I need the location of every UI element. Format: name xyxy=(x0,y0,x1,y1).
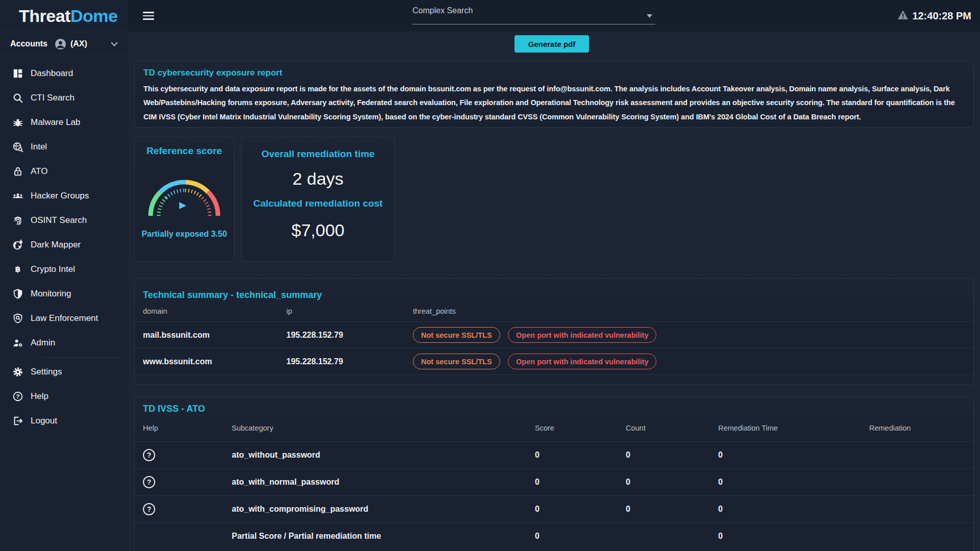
sidebar-item-label: ATO xyxy=(31,166,47,177)
threat-chip-open-port[interactable]: Open port with indicated vulnerability xyxy=(508,327,656,343)
remediation-time-cell: 0 xyxy=(718,505,869,514)
sidebar-item-label: Dashboard xyxy=(31,68,73,79)
svg-text:?: ? xyxy=(16,393,20,399)
subcategory-cell: Partial Score / Partial remediation time xyxy=(232,532,535,541)
remediation-time-value: 2 days xyxy=(242,169,394,189)
sidebar-item-help[interactable]: ? Help xyxy=(0,384,128,409)
report-card: TD cybersecurity exposure report This cy… xyxy=(134,61,974,128)
table-bottom-divider xyxy=(135,374,973,384)
sidebar-item-dashboard[interactable]: Dashboard xyxy=(0,61,128,86)
generate-pdf-button[interactable]: Generate pdf xyxy=(514,35,589,53)
sidebar-item-law-enforcement[interactable]: Law Enforcement xyxy=(0,306,128,331)
sidebar-item-admin[interactable]: Admin xyxy=(0,331,128,355)
column-header-help: Help xyxy=(143,424,232,432)
menu-icon[interactable] xyxy=(143,12,154,20)
remediation-time-cell: 0 xyxy=(718,532,869,541)
remediation-cost-title: Calculated remediation cost xyxy=(242,198,394,209)
svg-text:฿: ฿ xyxy=(15,265,21,274)
search-icon xyxy=(12,92,24,104)
sidebar-item-label: Logout xyxy=(31,416,57,426)
sidebar-item-monitoring[interactable]: Monitoring xyxy=(0,282,128,306)
ivss-ato-card: TD IVSS - ATO Help Subcategory Score Cou… xyxy=(134,397,974,551)
ivss-header-row: Help Subcategory Score Count Remediation… xyxy=(135,414,973,441)
column-header-subcategory: Subcategory xyxy=(232,424,535,432)
reference-score-card: Reference score xyxy=(134,136,234,262)
score-cell: 0 xyxy=(535,450,626,460)
globe-search-icon xyxy=(12,141,24,153)
sidebar-item-logout[interactable]: Logout xyxy=(0,409,128,433)
column-header-remediation: Remediation xyxy=(869,424,965,432)
table-row: Partial Score / Partial remediation time… xyxy=(135,522,973,549)
ip-cell: 195.228.152.79 xyxy=(286,357,413,366)
threat-chip-ssl[interactable]: Not secure SSL/TLS xyxy=(413,354,500,369)
sidebar-item-osint-search[interactable]: OSINT Search xyxy=(0,208,128,233)
threat-points-cell: Not secure SSL/TLS Open port with indica… xyxy=(413,354,965,369)
app-root: ThreatDome Accounts (AX) Dashboard xyxy=(0,0,980,551)
score-gauge xyxy=(135,174,234,223)
sidebar-item-cti-search[interactable]: CTI Search xyxy=(0,86,128,110)
sidebar-item-hacker-groups[interactable]: Hacker Groups xyxy=(0,184,128,208)
sidebar-item-crypto-intel[interactable]: ฿ Crypto Intel xyxy=(0,257,128,282)
sidebar-item-ato[interactable]: ATO xyxy=(0,159,128,184)
chevron-down-icon[interactable] xyxy=(111,42,118,46)
ivss-title: TD IVSS - ATO xyxy=(135,397,973,414)
score-cell: 0 xyxy=(535,505,626,514)
table-row: ? ato_with_normal_password 0 0 0 xyxy=(135,468,973,495)
subcategory-cell: ato_with_compromising_password xyxy=(232,505,535,514)
toolbar: Generate pdf xyxy=(128,32,980,56)
technical-summary-card: Technical summary - technical_summary do… xyxy=(134,278,974,385)
help-icon: ? xyxy=(12,390,24,403)
score-cell: 0 xyxy=(535,532,626,541)
clock: 12:40:28 PM xyxy=(897,10,980,22)
warning-icon xyxy=(897,10,909,22)
sidebar-item-label: Settings xyxy=(31,367,62,377)
person-gear-icon xyxy=(12,337,24,349)
time-display: 12:40:28 PM xyxy=(912,10,971,22)
subcategory-cell: ato_with_normal_password xyxy=(232,478,535,487)
groups-icon xyxy=(12,190,24,202)
dropdown-caret-icon xyxy=(647,11,652,20)
sidebar-item-label: Intel xyxy=(31,142,47,152)
score-cell: 0 xyxy=(535,478,626,487)
table-row: www.bssunit.com 195.228.152.79 Not secur… xyxy=(135,348,973,374)
help-icon[interactable]: ? xyxy=(143,476,155,488)
complex-search-select[interactable]: Complex Search xyxy=(412,3,655,24)
main-area: Complex Search 12:40:28 PM Generate pdf … xyxy=(128,0,980,551)
sidebar-item-dark-mapper[interactable]: Dark Mapper xyxy=(0,233,128,257)
sidebar-menu: Dashboard CTI Search Malware Lab Intel xyxy=(0,56,128,433)
remediation-cost-value: $7,000 xyxy=(242,220,394,240)
accounts-selector[interactable]: Accounts (AX) xyxy=(0,32,128,56)
sidebar-item-label: CTI Search xyxy=(31,93,75,103)
count-cell: 0 xyxy=(626,505,718,514)
column-header-ip: ip xyxy=(286,307,413,315)
dashboard-icon xyxy=(12,67,24,80)
content: TD cybersecurity exposure report This cy… xyxy=(128,56,980,551)
sidebar-item-intel[interactable]: Intel xyxy=(0,135,128,159)
sidebar-item-label: Law Enforcement xyxy=(31,313,98,323)
sidebar-item-settings[interactable]: Settings xyxy=(0,360,128,384)
sidebar-item-malware-lab[interactable]: Malware Lab xyxy=(0,110,128,135)
help-icon[interactable]: ? xyxy=(143,503,155,515)
dark-globe-lock-icon xyxy=(12,239,24,251)
sidebar-item-label: Crypto Intel xyxy=(31,264,75,274)
complex-search-label: Complex Search xyxy=(412,3,655,15)
gauge-pointer xyxy=(179,202,186,209)
sidebar-divider xyxy=(41,357,121,358)
topbar: Complex Search 12:40:28 PM xyxy=(128,0,980,32)
bitcoin-icon: ฿ xyxy=(12,263,24,276)
accounts-label: Accounts xyxy=(10,39,47,48)
technical-summary-header-row: domain ip threat_points xyxy=(135,300,973,321)
report-body: This cybersecurity and data exposure rep… xyxy=(143,82,965,124)
column-header-score: Score xyxy=(535,424,626,432)
sidebar-item-label: Monitoring xyxy=(31,289,71,299)
technical-summary-title: Technical summary - technical_summary xyxy=(135,279,973,300)
threat-chip-open-port[interactable]: Open port with indicated vulnerability xyxy=(508,354,656,369)
help-icon[interactable]: ? xyxy=(143,449,155,461)
column-header-count: Count xyxy=(626,424,718,432)
reference-score-title: Reference score xyxy=(135,145,234,157)
sidebar-item-label: OSINT Search xyxy=(31,215,87,226)
shield-icon xyxy=(12,288,24,300)
threat-chip-ssl[interactable]: Not secure SSL/TLS xyxy=(413,327,500,343)
ip-cell: 195.228.152.79 xyxy=(286,331,413,340)
count-cell: 0 xyxy=(626,478,718,487)
